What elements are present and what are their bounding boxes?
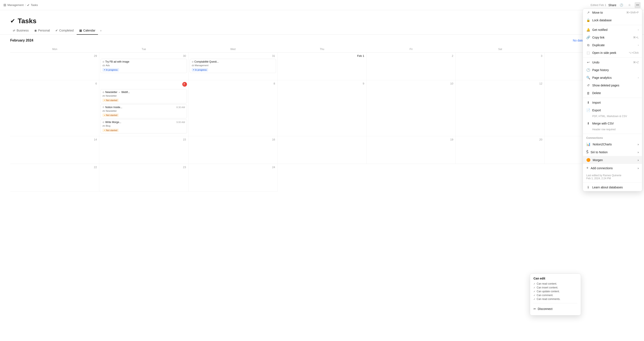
task-fb-ad[interactable]: ⊘ Try FB ad with image 🗃 Ads In progress [100,59,187,73]
task-sub: 🗃 Ads [102,64,185,67]
task-title: ⊘ Newsletter → Webfl... [102,91,185,94]
tab-calendar[interactable]: ▦ Calendar [77,27,98,35]
menu-learn-about[interactable]: ℹ Learn about databases [583,183,642,191]
analytics-icon: 🔍 [586,76,590,80]
breadcrumb-current: Tasks [31,3,38,6]
task-notion-inside[interactable]: ⊘ Notion Inside... 8:30 AM 🗃 Newsletter … [100,104,187,119]
star-icon[interactable]: ☆ [626,2,632,8]
connection-siri-to-notion[interactable]: S̈ Siri to Notion › [583,148,642,156]
date-31: 31 [190,54,276,57]
connections-label: Connections [583,135,642,140]
last-edited-by: Last edited by Rames Quinerie [586,174,639,177]
day-thu: Thu [278,46,366,52]
tab-business[interactable]: ⇄ Business [10,27,31,35]
menu-divider-1 [583,25,642,25]
date-19: 19 [368,138,454,141]
completed-icon: ✔ [55,29,58,32]
open-side-peek-label: Open in side peek [592,51,616,54]
date-feb1: Feb 1 [279,54,365,57]
task-title: ⊘ Write Morge... 9:00 AM [102,121,185,124]
date-20: 20 [457,138,543,141]
page-header: ✔ Tasks [0,10,644,27]
menu-open-side-peek[interactable]: ⬚ Open in side peek ⌥+Click [583,49,642,57]
menu-page-analytics[interactable]: 🔍 Page analytics › [583,74,642,81]
copy-link-label: Copy link [592,36,604,39]
export-label: Export [592,109,601,112]
lock-database-label: Lock database [592,18,612,22]
date-2: 2 [368,54,454,57]
get-notified-label: Get notified [592,28,608,31]
date-24: 24 [190,166,276,169]
menu-lock-database[interactable]: 🔒 Lock database [583,16,642,24]
add-connections-button[interactable]: + Add connections › [583,164,642,172]
cal-cell-14: 14 [10,136,99,164]
menu-duplicate[interactable]: ⧉ Duplicate › [583,41,642,49]
connection-morgen[interactable]: 🟠 Morgen › [583,156,642,164]
edited-label: Edited Feb 1 [590,3,606,6]
import-icon: ⬇ [586,101,590,104]
date-10: 10 [368,82,454,85]
task-sub: 🗃 Newsletter [102,94,185,97]
trash-icon: 🗑 [586,91,590,95]
calendar-cells: 29 30 ⊘ Try FB ad with image 🗃 Ads In pr… [10,52,634,192]
topbar-actions: Edited Feb 1 Share 🕐 ☆ ••• [590,2,640,8]
status-badge: In progress [192,68,208,71]
menu-divider-5 [583,182,642,183]
status-badge: Not started [102,129,119,132]
merge-icon: ⬇ [586,122,590,125]
delete-label: Delete [592,91,601,95]
status-badge: Not started [102,99,119,102]
menu-merge-csv[interactable]: ⬇ Merge with CSV Header row required [583,120,642,133]
cal-cell-jan29: 29 [10,52,99,80]
date-9: 9 [279,82,365,85]
business-icon: ⇄ [13,29,15,32]
bell-icon: 🔔 [586,28,590,32]
task-newsletter-webfl[interactable]: ⊘ Newsletter → Webfl... 🗃 Newsletter Not… [100,89,187,103]
cal-cell-feb3: 3 [456,52,544,80]
menu-divider-2 [583,57,642,58]
chevron-right-icon-6: › [638,158,639,162]
date-8: 8 [190,82,276,85]
cal-cell-17 [278,136,366,164]
menu-delete[interactable]: 🗑 Delete [583,89,642,97]
tab-personal[interactable]: ◉ Personal [32,27,52,35]
topbar: ⊞ Management / ✔ Tasks Edited Feb 1 Shar… [0,0,644,10]
plus-icon: + [586,166,589,170]
menu-import[interactable]: ⬇ Import [583,99,642,106]
page-check-icon: ✔ [10,17,15,24]
tasks-icon: ✔ [27,3,30,7]
history-icon[interactable]: 🕐 [618,2,624,8]
status-badge: In progress [102,68,119,71]
add-view-button[interactable]: + [98,27,104,34]
menu-page-history[interactable]: 🕐 Page history [583,66,642,74]
task-title: ⊘ Comptabilité Questi... [192,60,274,63]
connection-notion2charts[interactable]: 📊 Notion2Charts › [583,140,642,148]
task-sub: 🗃 Newsletter [102,110,185,112]
tab-bar: ⇄ Business ◉ Personal ✔ Completed ▦ Cale… [0,27,644,35]
cal-cell-16: 16 [188,136,278,164]
menu-copy-link[interactable]: 🔗 Copy link ⌘+L [583,34,642,41]
chevron-right-icon-2: › [638,44,639,47]
date-29: 29 [12,54,98,57]
learn-about-label: Learn about databases [592,186,623,189]
day-tue: Tue [99,46,188,52]
page-analytics-label: Page analytics [592,76,612,79]
task-write-morge[interactable]: ⊘ Write Morge... 9:00 AM 🗃 Blog Not star… [100,119,187,133]
notion2charts-label: Notion2Charts [593,143,612,146]
menu-get-notified[interactable]: 🔔 Get notified › [583,26,642,34]
breadcrumb-parent[interactable]: Management [8,3,24,6]
menu-export[interactable]: 📄 Export PDF, HTML, Markdown & CSV [583,106,642,120]
cal-cell-12: 12 [456,80,544,136]
more-options-button[interactable]: ••• [635,2,640,8]
share-button[interactable]: Share [608,3,616,7]
menu-show-deleted[interactable]: ↺ Show deleted pages [583,81,642,89]
notion2charts-icon: 📊 [586,142,590,146]
task-comptabilite[interactable]: ⊘ Comptabilité Questi... 🗃 Management In… [190,59,276,73]
menu-move-to[interactable]: ↗ Move to ⌘+Shift+P [583,9,642,16]
tab-completed[interactable]: ✔ Completed [53,27,76,35]
menu-undo[interactable]: ↩ Undo ⌘+Z [583,58,642,66]
dropdown-menu: ↗ Move to ⌘+Shift+P 🔒 Lock database 🔔 Ge… [583,8,642,191]
undo-shortcut: ⌘+Z [633,61,639,64]
add-connections-label: Add connections [591,166,613,170]
cal-cell-feb1: Feb 1 [278,52,366,80]
